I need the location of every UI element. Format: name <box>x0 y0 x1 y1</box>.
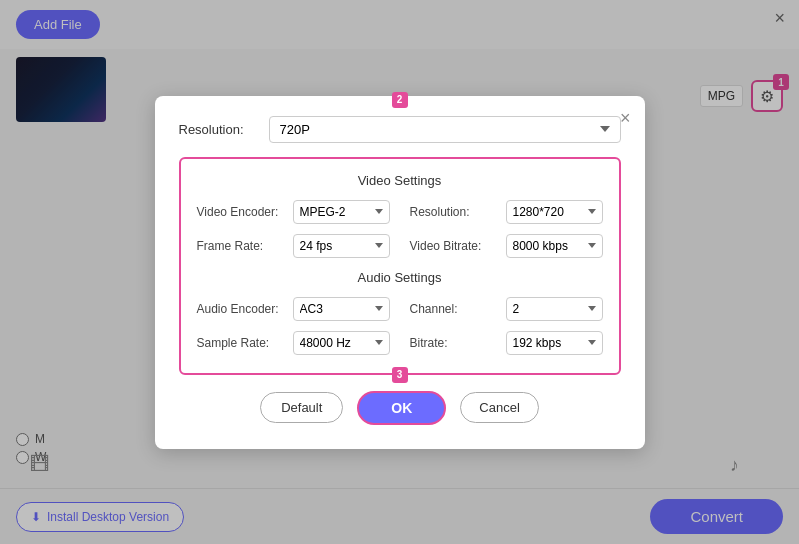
modal-close-button[interactable]: × <box>620 108 631 129</box>
resolution-main-label: Resolution: <box>179 122 269 137</box>
video-encoder-select[interactable]: MPEG-2 <box>293 200 390 224</box>
resolution-select[interactable]: 720P <box>269 116 621 143</box>
audio-settings-grid: Audio Encoder: AC3 Channel: 2 Sample Rat… <box>197 297 603 355</box>
settings-modal: × 2 Resolution: 720P Video Settings Vide… <box>155 96 645 449</box>
channel-row: Channel: 2 <box>410 297 603 321</box>
sample-rate-row: Sample Rate: 48000 Hz <box>197 331 390 355</box>
bitrate-row: Bitrate: 192 kbps <box>410 331 603 355</box>
frame-rate-row: Frame Rate: 24 fps <box>197 234 390 258</box>
ok-button[interactable]: OK <box>357 391 446 425</box>
app-background: Add File × MPG ⚙ 1 M W 🎞 ♪ ⬇ Install Des… <box>0 0 799 544</box>
video-encoder-row: Video Encoder: MPEG-2 <box>197 200 390 224</box>
video-bitrate-label: Video Bitrate: <box>410 239 498 253</box>
video-encoder-label: Video Encoder: <box>197 205 285 219</box>
frame-rate-select[interactable]: 24 fps <box>293 234 390 258</box>
audio-encoder-row: Audio Encoder: AC3 <box>197 297 390 321</box>
resolution-right-row: Resolution: 1280*720 <box>410 200 603 224</box>
bitrate-select[interactable]: 192 kbps <box>506 331 603 355</box>
cancel-button[interactable]: Cancel <box>460 392 538 423</box>
audio-settings-title: Audio Settings <box>197 270 603 285</box>
resolution-right-select[interactable]: 1280*720 <box>506 200 603 224</box>
channel-select[interactable]: 2 <box>506 297 603 321</box>
badge-2: 2 <box>392 92 408 108</box>
video-bitrate-select[interactable]: 8000 kbps <box>506 234 603 258</box>
resolution-right-label: Resolution: <box>410 205 498 219</box>
frame-rate-label: Frame Rate: <box>197 239 285 253</box>
default-button[interactable]: Default <box>260 392 343 423</box>
audio-encoder-label: Audio Encoder: <box>197 302 285 316</box>
bitrate-label: Bitrate: <box>410 336 498 350</box>
video-settings-grid: Video Encoder: MPEG-2 Resolution: 1280*7… <box>197 200 603 258</box>
settings-box: Video Settings Video Encoder: MPEG-2 Res… <box>179 157 621 375</box>
channel-label: Channel: <box>410 302 498 316</box>
sample-rate-label: Sample Rate: <box>197 336 285 350</box>
video-settings-title: Video Settings <box>197 173 603 188</box>
resolution-row: 2 Resolution: 720P <box>179 116 621 143</box>
video-bitrate-row: Video Bitrate: 8000 kbps <box>410 234 603 258</box>
badge-3: 3 <box>392 367 408 383</box>
audio-encoder-select[interactable]: AC3 <box>293 297 390 321</box>
modal-button-row: 3 Default OK Cancel <box>179 391 621 425</box>
modal-overlay: × 2 Resolution: 720P Video Settings Vide… <box>0 0 799 544</box>
sample-rate-select[interactable]: 48000 Hz <box>293 331 390 355</box>
